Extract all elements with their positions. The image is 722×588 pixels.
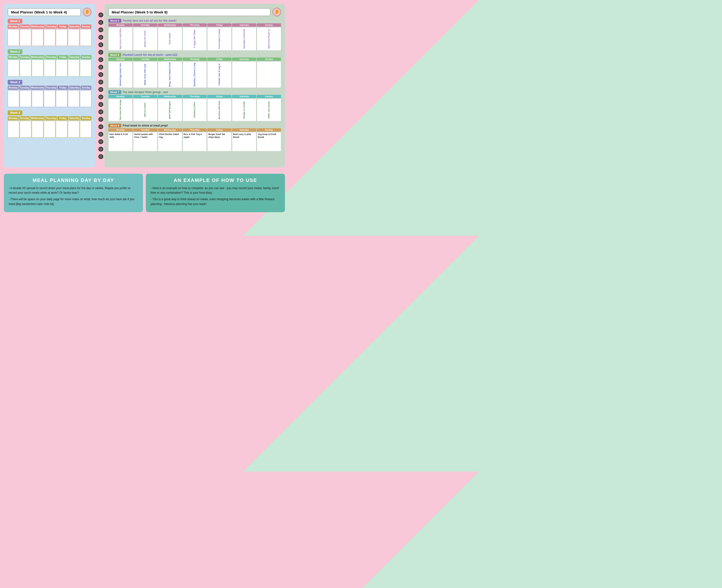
list-item[interactable]: Jacket potato with Tuna + Salad bbox=[133, 132, 158, 151]
week2-days-header: Monday Tuesday Wednesday Thursday Friday… bbox=[8, 55, 91, 59]
w5-sat: Saturday bbox=[232, 23, 256, 27]
w5-tue: Tuesday bbox=[133, 23, 158, 27]
ring bbox=[99, 27, 103, 32]
table-row[interactable] bbox=[68, 121, 79, 138]
week6-row: Week 6 Packed Lunch for me at work - sav… bbox=[108, 53, 281, 57]
week4-fri: Friday bbox=[58, 116, 68, 120]
table-row[interactable] bbox=[32, 29, 43, 46]
week7-days-header: Monday Tuesday Wednesday Thursday Friday… bbox=[108, 95, 281, 98]
bottom-right-para2: - This is a great way to think ahead on … bbox=[151, 197, 280, 206]
list-item[interactable]: Rice & Fish Yog & Apple bbox=[183, 132, 207, 151]
bottom-left-text: - A double A5 spread to record down your… bbox=[9, 186, 138, 206]
table-row[interactable] bbox=[20, 60, 31, 77]
table-row[interactable] bbox=[56, 121, 67, 138]
table-row[interactable] bbox=[44, 29, 55, 46]
week2-tue: Tuesday bbox=[19, 55, 30, 59]
list-item[interactable] bbox=[257, 61, 281, 88]
week4-sat: Saturday bbox=[69, 116, 80, 120]
list-item[interactable]: Frittata, lots of veg in bbox=[207, 61, 231, 88]
ring bbox=[99, 13, 103, 17]
week8-theme: Final week to shine at meal prep! bbox=[123, 124, 168, 127]
w8-sat: Saturday bbox=[232, 128, 256, 132]
list-item[interactable]: Pasta Bake & Salad bbox=[207, 27, 231, 50]
w8-mon: Monday bbox=[108, 128, 132, 132]
right-title: Meal Planner (Week 5 to Week 8) bbox=[108, 8, 270, 16]
table-row[interactable] bbox=[20, 29, 31, 46]
table-row[interactable] bbox=[8, 90, 19, 107]
list-item[interactable]: Tuna Salad bbox=[158, 27, 182, 50]
table-row[interactable] bbox=[8, 29, 19, 46]
table-row[interactable] bbox=[44, 60, 55, 77]
ring bbox=[99, 50, 103, 55]
list-item[interactable]: F. Eggs SW Chips bbox=[183, 27, 207, 50]
list-item[interactable]: Ham Salad & Fruit Jelly bbox=[108, 132, 132, 151]
ear-icon-left: 👂 bbox=[83, 8, 91, 16]
list-item[interactable]: Burritos with heat bbox=[207, 99, 231, 121]
week5-section: Week 5 Family teas we can all eat for th… bbox=[108, 19, 281, 50]
ring bbox=[99, 87, 103, 92]
table-row[interactable] bbox=[80, 121, 91, 138]
bottom-right-title: AN EXAMPLE OF HOW TO USE bbox=[151, 177, 280, 183]
list-item[interactable]: Wrap, Ham Salad & fruit bbox=[158, 61, 182, 88]
week4-sun: Sunday bbox=[81, 116, 91, 120]
ring bbox=[99, 102, 103, 107]
table-row[interactable] bbox=[32, 121, 43, 138]
table-row[interactable] bbox=[8, 60, 19, 77]
left-title: Meal Planner (Week 1 to Week 4) bbox=[8, 8, 81, 16]
list-item[interactable]: Beef curry & pitta Bread bbox=[232, 132, 256, 151]
table-row[interactable] bbox=[56, 60, 67, 77]
bottom-right-panel: AN EXAMPLE OF HOW TO USE - Here is an ex… bbox=[146, 174, 285, 212]
left-notebook: Meal Planner (Week 1 to Week 4) 👂 Week 1… bbox=[4, 4, 95, 167]
list-item[interactable]: Meat Free Roast xx bbox=[257, 27, 281, 50]
week5-days-header: Monday Tuesday Wednesday Thursday Friday… bbox=[108, 23, 281, 27]
week5-row: Week 5 Family teas we can all eat for th… bbox=[108, 19, 281, 23]
table-row[interactable] bbox=[80, 90, 91, 107]
week3-sun: Sunday bbox=[81, 86, 91, 90]
table-row[interactable] bbox=[32, 60, 43, 77]
w7-fri: Friday bbox=[207, 95, 231, 98]
list-item[interactable]: Boiled Egg Salad -lots bbox=[108, 61, 132, 88]
week2-mon: Monday bbox=[8, 55, 19, 59]
table-row[interactable] bbox=[80, 29, 91, 46]
table-row[interactable] bbox=[68, 29, 79, 46]
table-row[interactable] bbox=[68, 90, 79, 107]
list-item[interactable]: Sausage Casserole bbox=[232, 27, 256, 50]
ring bbox=[99, 147, 103, 151]
bottom-row: MEAL PLANNING DAY BY DAY - A double A5 s… bbox=[4, 174, 285, 212]
list-item[interactable]: Chilli -con carnie bbox=[257, 99, 281, 121]
ring bbox=[99, 80, 103, 84]
table-row[interactable] bbox=[56, 90, 67, 107]
week4-tue: Tuesday bbox=[19, 116, 30, 120]
list-item[interactable]: Beef SW Burgers bbox=[158, 99, 182, 121]
ring bbox=[99, 72, 103, 77]
week3-label: Week 3 bbox=[8, 80, 22, 85]
list-item[interactable]: Veg Curry Cauli Rice bbox=[108, 27, 132, 50]
table-row[interactable] bbox=[20, 90, 31, 107]
table-row[interactable] bbox=[8, 121, 19, 138]
table-row[interactable] bbox=[44, 90, 55, 107]
table-row[interactable] bbox=[20, 121, 31, 138]
table-row[interactable] bbox=[80, 60, 91, 77]
list-item[interactable]: Burger bowl SW chips Mayo bbox=[207, 132, 231, 151]
list-item[interactable] bbox=[232, 61, 256, 88]
list-item[interactable]: Veg Soup & Fresh Bread bbox=[257, 132, 281, 151]
list-item[interactable]: Ryvittas, cheese & Veg bbox=[183, 61, 207, 88]
list-item[interactable]: Burger in a bowl bbox=[232, 99, 256, 121]
table-row[interactable] bbox=[68, 60, 79, 77]
list-item[interactable]: Chicken & Rice bbox=[183, 99, 207, 121]
table-row[interactable] bbox=[44, 121, 55, 138]
w8-thu: Thursday bbox=[183, 128, 207, 132]
table-row[interactable] bbox=[56, 29, 67, 46]
week8-row: Week 8 Final week to shine at meal prep! bbox=[108, 124, 281, 127]
list-item[interactable]: SW ice-cream bbox=[133, 99, 158, 121]
ring bbox=[99, 154, 103, 159]
list-item[interactable]: Chick Buritto Salad Yog. bbox=[158, 132, 182, 151]
left-header: Meal Planner (Week 1 to Week 4) 👂 bbox=[8, 8, 91, 16]
ring bbox=[99, 117, 103, 122]
ring bbox=[99, 94, 103, 99]
list-item[interactable]: Made soup with veg! bbox=[133, 61, 158, 88]
table-row[interactable] bbox=[32, 90, 43, 107]
list-item[interactable]: Text Anne for recipe bbox=[108, 99, 132, 121]
ring bbox=[99, 124, 103, 129]
list-item[interactable]: Beans On Toast bbox=[133, 27, 158, 50]
